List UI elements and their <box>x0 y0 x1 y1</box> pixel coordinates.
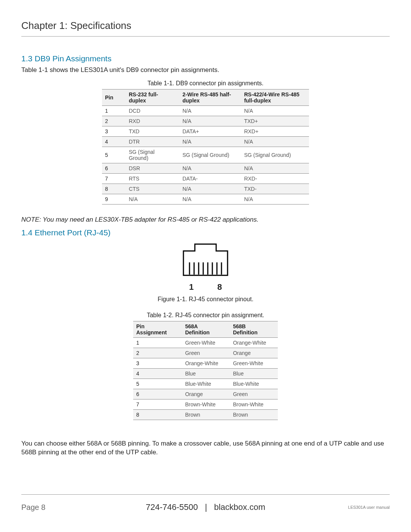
table-row: 2GreenOrange <box>133 348 278 358</box>
pin-1-label: 1 <box>189 282 194 292</box>
table-header-cell: 568A Definition <box>182 321 230 337</box>
table-row: 5SG (Signal Ground)SG (Signal Ground)SG … <box>102 147 309 163</box>
table-row: 8CTSN/ATXD- <box>102 184 309 194</box>
table-cell: DTR <box>126 136 179 147</box>
table-cell: 3 <box>102 126 126 136</box>
table-cell: SG (Signal Ground) <box>241 147 309 163</box>
table-cell: N/A <box>179 184 241 194</box>
table-cell: RXD- <box>241 173 309 184</box>
table-cell: 4 <box>133 368 182 379</box>
table-cell: 4 <box>102 136 126 147</box>
footer-doc-id: LES301A user manual <box>348 505 390 510</box>
section-1-3-intro: Table 1-1 shows the LES301A unit's DB9 c… <box>21 66 390 75</box>
page: Chapter 1: Specifications 1.3 DB9 Pin As… <box>0 0 411 532</box>
table-row: 2RXDN/ATXD+ <box>102 116 309 126</box>
table-row: 1Green-WhiteOrange-White <box>133 337 278 348</box>
table-row: 7RTSDATA-RXD- <box>102 173 309 184</box>
table-cell: 1 <box>102 105 126 116</box>
table-cell: Green <box>182 348 230 358</box>
table-cell: 8 <box>133 409 182 420</box>
table-1-2-caption: Table 1-2. RJ-45 connector pin assignmen… <box>21 312 390 319</box>
table-cell: N/A <box>241 105 309 116</box>
table-cell: DCD <box>126 105 179 116</box>
table-cell: 2 <box>102 116 126 126</box>
pinning-footnote: You can choose either 568A or 568B pinni… <box>21 439 390 457</box>
section-1-4-heading: 1.4 Ethernet Port (RJ-45) <box>21 228 390 237</box>
table-cell: TXD- <box>241 184 309 194</box>
table-header-cell: RS-422/4-Wire RS-485 full-duplex <box>241 89 309 105</box>
footer-site: blackbox.com <box>214 502 265 512</box>
table-cell: 5 <box>102 147 126 163</box>
footer-contact: 724-746-5500 | blackbox.com <box>21 502 390 512</box>
table-cell: DATA- <box>179 173 241 184</box>
table-row: 5Blue-WhiteBlue-White <box>133 379 278 389</box>
table-cell: N/A <box>179 136 241 147</box>
table-row: 3Orange-WhiteGreen-White <box>133 358 278 368</box>
table-cell: Blue-White <box>230 379 278 389</box>
table-cell: Blue-White <box>182 379 230 389</box>
section-1-3-heading: 1.3 DB9 Pin Assignments <box>21 54 390 63</box>
table-cell: Orange-White <box>182 358 230 368</box>
pin-8-label: 8 <box>217 282 222 292</box>
table-cell: N/A <box>179 194 241 204</box>
table-header-cell: Pin <box>102 89 126 105</box>
table-cell: SG (Signal Ground) <box>179 147 241 163</box>
table-row: 7Brown-WhiteBrown-White <box>133 399 278 409</box>
table-cell: 6 <box>133 389 182 399</box>
table-cell: Brown <box>182 409 230 420</box>
table-cell: TXD+ <box>241 116 309 126</box>
table-row: 6OrangeGreen <box>133 389 278 399</box>
table-cell: SG (Signal Ground) <box>126 147 179 163</box>
table-cell: RXD+ <box>241 126 309 136</box>
table-cell: 7 <box>133 399 182 409</box>
footer-separator: | <box>205 502 207 512</box>
table-cell: N/A <box>241 194 309 204</box>
table-cell: Brown <box>230 409 278 420</box>
footer-phone: 724-746-5500 <box>146 502 198 512</box>
table-header-cell: 568B Definition <box>230 321 278 337</box>
table-cell: Green <box>230 389 278 399</box>
table-cell: 8 <box>102 184 126 194</box>
table-cell: 6 <box>102 163 126 173</box>
table-cell: N/A <box>241 163 309 173</box>
table-rj45: Pin Assignment568A Definition568B Defini… <box>133 321 278 420</box>
table-cell: N/A <box>126 194 179 204</box>
table-cell: 5 <box>133 379 182 389</box>
table-cell: Orange-White <box>230 337 278 348</box>
figure-1-1-caption: Figure 1-1. RJ-45 connector pinout. <box>21 296 390 303</box>
table-cell: Orange <box>230 348 278 358</box>
table-cell: N/A <box>179 163 241 173</box>
table-cell: RXD <box>126 116 179 126</box>
note-text: NOTE: You may need an LES30X-TB5 adapter… <box>21 215 390 224</box>
table-row: 4DTRN/AN/A <box>102 136 309 147</box>
table-cell: DATA+ <box>179 126 241 136</box>
table-row: 8BrownBrown <box>133 409 278 420</box>
table-cell: Green-White <box>230 358 278 368</box>
table-cell: 1 <box>133 337 182 348</box>
table-row: 4BlueBlue <box>133 368 278 379</box>
table-cell: Brown-White <box>182 399 230 409</box>
rj45-connector-icon <box>179 240 232 278</box>
table-row: 1DCDN/AN/A <box>102 105 309 116</box>
table-cell: Green-White <box>182 337 230 348</box>
table-cell: Blue <box>182 368 230 379</box>
table-cell: N/A <box>179 105 241 116</box>
table-cell: Blue <box>230 368 278 379</box>
rj45-figure: 1 8 <box>21 240 390 292</box>
table-cell: TXD <box>126 126 179 136</box>
page-footer: Page 8 724-746-5500 | blackbox.com LES30… <box>21 494 390 517</box>
table-cell: 2 <box>133 348 182 358</box>
table-cell: CTS <box>126 184 179 194</box>
table-header-cell: Pin Assignment <box>133 321 182 337</box>
table-1-1-caption: Table 1-1. DB9 connector pin assignments… <box>21 80 390 87</box>
table-header-cell: 2-Wire RS-485 half-duplex <box>179 89 241 105</box>
table-cell: 7 <box>102 173 126 184</box>
table-cell: N/A <box>241 136 309 147</box>
table-row: 9N/AN/AN/A <box>102 194 309 204</box>
table-cell: DSR <box>126 163 179 173</box>
table-row: 3TXDDATA+RXD+ <box>102 126 309 136</box>
table-header-cell: RS-232 full-duplex <box>126 89 179 105</box>
table-header-row: Pin Assignment568A Definition568B Defini… <box>133 321 278 337</box>
table-cell: 3 <box>133 358 182 368</box>
table-cell: RTS <box>126 173 179 184</box>
